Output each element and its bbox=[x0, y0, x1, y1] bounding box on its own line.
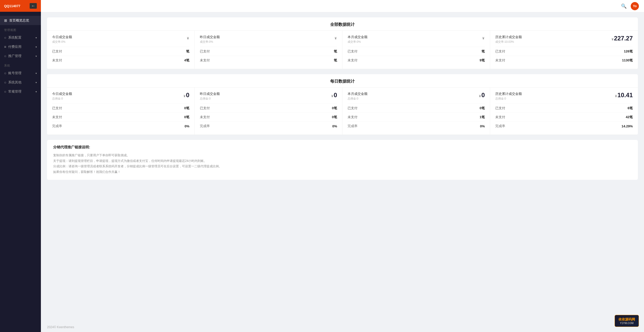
chevron-icon: ▾ bbox=[36, 72, 37, 75]
all-history-cell: 历史累计成交金额 成交率:10.03% ¥227.27 已支付 126笔 未支付 bbox=[490, 31, 638, 69]
all-history-paid-row: 已支付 126笔 bbox=[495, 47, 633, 56]
currency-symbol: ¥ bbox=[335, 36, 337, 40]
all-data-title: 全部数据统计 bbox=[47, 17, 638, 30]
daily-month-value: ¥0 bbox=[479, 92, 485, 99]
sidebar-item-routine-mgmt[interactable]: ○ 常规管理 ▾ bbox=[0, 87, 41, 96]
all-today-unpaid-row: 未支付 4笔 bbox=[52, 56, 189, 65]
sidebar-item-account-mgmt[interactable]: ○ 账号管理 ▾ bbox=[0, 69, 41, 78]
chevron-icon: ▾ bbox=[36, 55, 37, 58]
completion-label: 完成率 bbox=[52, 124, 62, 128]
all-history-sublabel: 成交率:10.03% bbox=[495, 40, 522, 44]
sidebar-item-dashboard[interactable]: ⊞ 首页概览总览 bbox=[0, 16, 41, 25]
topbar: 🔍 Yo bbox=[41, 0, 644, 12]
paid-label: 已支付 bbox=[348, 106, 358, 110]
unpaid-label: 未支付 bbox=[52, 115, 62, 119]
daily-yesterday-label: 昨日成交金额 bbox=[200, 92, 220, 96]
all-history-unpaid-row: 未支付 1130笔 bbox=[495, 56, 633, 65]
daily-history-cell: 历史累计成交金额 总佣金:0 ¥10.41 已支付 6笔 未支付 42笔 bbox=[490, 87, 638, 135]
sidebar-item-promo-mgmt[interactable]: ○ 推广管理 ▾ bbox=[0, 51, 41, 61]
routine-icon: ○ bbox=[4, 90, 6, 94]
unpaid-value: 1笔 bbox=[480, 115, 485, 119]
all-month-sublabel: 成交率:0% bbox=[348, 40, 367, 44]
unpaid-label: 未支付 bbox=[495, 115, 505, 119]
daily-today-unpaid-row: 未支付 0笔 bbox=[52, 113, 189, 121]
daily-today-value: ¥0 bbox=[183, 92, 189, 99]
paid-label: 已支付 bbox=[200, 106, 210, 110]
all-today-sublabel: 成交率:0% bbox=[52, 40, 72, 44]
all-history-value: ¥227.27 bbox=[612, 35, 633, 42]
daily-history-sublabel: 总佣金:0 bbox=[495, 97, 522, 101]
daily-history-paid-row: 已支付 6笔 bbox=[495, 104, 633, 113]
search-icon[interactable]: 🔍 bbox=[621, 3, 627, 9]
sidebar-logo: QQ114077 ← bbox=[0, 0, 41, 12]
sidebar-item-system-config[interactable]: ○ 系统配置 ▾ bbox=[0, 33, 41, 42]
completion-value: 14.29% bbox=[622, 124, 633, 128]
all-today-label: 今日成交金额 bbox=[52, 35, 72, 39]
currency-symbol: ¥ bbox=[187, 36, 189, 40]
all-yesterday-cell: 昨日成交金额 成交率:0% ¥ 已支付 笔 未支付 笔 bbox=[195, 31, 342, 69]
info-title: 分销代理推广链接说明: bbox=[53, 145, 632, 150]
page-footer: 2024© Keenthemes bbox=[41, 322, 644, 332]
promo-icon: ○ bbox=[4, 54, 6, 58]
daily-month-completion-row: 完成率 0% bbox=[348, 121, 485, 130]
unpaid-value: 4笔 bbox=[184, 58, 189, 63]
paid-label: 已支付 bbox=[348, 49, 358, 54]
daily-today-paid-row: 已支付 0笔 bbox=[52, 104, 189, 113]
all-today-cell: 今日成交金额 成交率:0% ¥ 已支付 笔 未支付 4笔 bbox=[47, 31, 195, 69]
daily-history-unpaid-row: 未支付 42笔 bbox=[495, 113, 633, 121]
paid-value: 笔 bbox=[186, 49, 189, 54]
all-today-paid-row: 已支付 笔 bbox=[52, 47, 189, 56]
chevron-icon: ▾ bbox=[36, 36, 37, 39]
chevron-icon: ▾ bbox=[36, 81, 37, 84]
logo-text: QQ114077 bbox=[4, 4, 20, 8]
chevron-icon: ▾ bbox=[36, 90, 37, 93]
daily-today-completion-row: 完成率 0% bbox=[52, 121, 189, 130]
watermark-badge: 依依源码网 Y1YM.COM bbox=[615, 315, 639, 327]
avatar[interactable]: Yo bbox=[631, 2, 639, 10]
sidebar-item-paid-apps[interactable]: ≡ 付费应用 ▾ bbox=[0, 42, 41, 51]
unpaid-value: 0笔 bbox=[184, 115, 189, 119]
page-content: 全部数据统计 今日成交金额 成交率:0% ¥ 已支付 bbox=[41, 12, 644, 322]
all-month-unpaid-row: 未支付 9笔 bbox=[348, 56, 485, 65]
system-other-icon: ○ bbox=[4, 80, 6, 84]
daily-yesterday-completion-row: 完成率 0% bbox=[200, 121, 337, 130]
completion-value: 0% bbox=[185, 124, 189, 128]
section-label-mgmt: 管理视图 bbox=[0, 25, 41, 33]
sidebar: QQ114077 ← ⊞ 首页概览总览 管理视图 ○ 系统配置 ▾ ≡ 付费应用… bbox=[0, 0, 41, 332]
unpaid-label: 未支付 bbox=[348, 115, 358, 119]
daily-month-cell: 本月成交金额 总佣金:0 ¥0 已支付 0笔 未支付 1笔 bbox=[342, 87, 490, 135]
all-yesterday-label: 昨日成交金额 bbox=[200, 35, 220, 39]
daily-month-paid-row: 已支付 0笔 bbox=[348, 104, 485, 113]
currency-symbol: ¥ bbox=[482, 36, 484, 40]
unpaid-label: 未支付 bbox=[52, 58, 62, 63]
currency-symbol: ¥ bbox=[612, 37, 613, 41]
daily-history-label: 历史累计成交金额 bbox=[495, 92, 522, 96]
paid-label: 已支付 bbox=[52, 49, 62, 54]
all-month-label: 本月成交金额 bbox=[348, 35, 367, 39]
daily-yesterday-value: ¥0 bbox=[331, 92, 337, 99]
collapse-button[interactable]: ← bbox=[30, 3, 37, 9]
currency-symbol: ¥ bbox=[331, 94, 333, 98]
paid-label: 已支付 bbox=[495, 106, 505, 110]
info-line-4: 如果你有任何疑问，获取解答！祝我们合作共赢！ bbox=[53, 169, 632, 175]
all-history-label: 历史累计成交金额 bbox=[495, 35, 522, 39]
currency-symbol: ¥ bbox=[183, 94, 185, 98]
currency-symbol: ¥ bbox=[615, 94, 617, 98]
all-month-value: ¥ bbox=[482, 35, 485, 41]
paid-label: 已支付 bbox=[52, 106, 62, 110]
sidebar-item-label: 付费应用 bbox=[8, 45, 21, 49]
completion-label: 完成率 bbox=[348, 124, 358, 128]
completion-value: 0% bbox=[332, 124, 337, 128]
unpaid-value: 1130笔 bbox=[622, 58, 633, 63]
all-yesterday-value: ¥ bbox=[335, 35, 337, 41]
info-line-1: 复制你的专属推广链接，只要用户下单你即可获取佣成。 bbox=[53, 153, 632, 158]
sidebar-item-system-other[interactable]: ○ 系统其他 ▾ bbox=[0, 78, 41, 87]
unpaid-label: 未支付 bbox=[200, 115, 210, 119]
daily-month-sublabel: 总佣金:0 bbox=[348, 97, 367, 101]
main-content: 🔍 Yo 全部数据统计 今日成交金额 成交率:0% ¥ bbox=[41, 0, 644, 332]
unpaid-value: 笔 bbox=[334, 58, 337, 63]
completion-label: 完成率 bbox=[495, 124, 505, 128]
chevron-icon: ▾ bbox=[36, 46, 37, 48]
watermark-sub: Y1YM.COM bbox=[618, 322, 635, 325]
all-yesterday-paid-row: 已支付 笔 bbox=[200, 47, 337, 56]
